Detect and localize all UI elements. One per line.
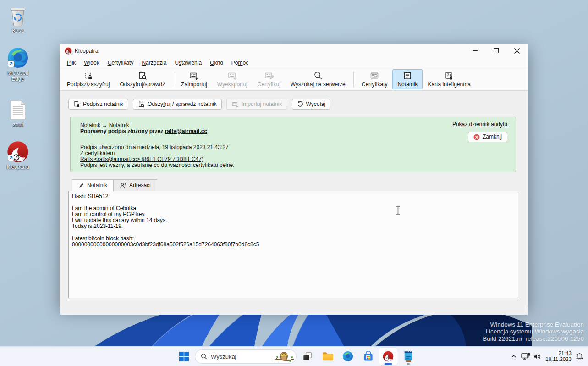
edge-icon — [7, 46, 29, 69]
tab-notatnik[interactable]: Notatnik — [72, 179, 114, 191]
network-icon — [521, 353, 530, 360]
sign-icon — [73, 101, 80, 108]
notepad-icon — [403, 71, 412, 80]
toolbar-import-button[interactable]: Zaimportuj — [176, 69, 212, 89]
result-created: Podpis utworzono dnia niedziela, 19 list… — [80, 144, 508, 150]
desktop-icon-label: Kleopatra — [6, 164, 29, 170]
document-icon — [10, 97, 26, 120]
desktop-icon-zout[interactable]: zout — [0, 97, 35, 128]
kleopatra-icon — [7, 140, 29, 163]
decrypt-verify-icon — [138, 71, 147, 80]
edge-taskbar-button[interactable] — [339, 347, 357, 366]
toolbar-button-label: Certyfikaty — [362, 81, 388, 88]
menu-widok[interactable]: Widok — [80, 58, 103, 67]
result-validity: Podpis jest ważny, a zaufanie co do ważn… — [80, 162, 508, 168]
tray-date: 19.11.2023 — [545, 356, 572, 362]
sign-encrypt-icon — [84, 71, 93, 80]
notification-bell-button[interactable] — [576, 353, 583, 360]
clock[interactable]: 21:43 19.11.2023 — [545, 350, 572, 362]
menu-okno[interactable]: Okno — [206, 58, 227, 67]
watermark-line: Licencja systemu Windows wygasła — [483, 328, 584, 335]
toolbar-certificates-button[interactable]: Certyfikaty — [357, 69, 393, 89]
search-highlight-image[interactable] — [274, 351, 295, 365]
microsoft-store-icon — [363, 351, 374, 362]
button-label: Importuj notatnik — [242, 101, 282, 107]
import-notepad-button[interactable]: Importuj notatnik — [226, 99, 287, 110]
toolbar-export-button[interactable]: Wyeksportuj — [212, 69, 253, 89]
close-button[interactable] — [506, 44, 528, 57]
kleopatra-taskbar-button[interactable] — [379, 347, 397, 366]
desktop-icon-label: Kosz — [12, 28, 24, 34]
smartcard-icon — [445, 71, 454, 80]
close-result-button[interactable]: Zamknij — [468, 132, 507, 142]
windows-logo-icon — [179, 351, 189, 362]
tab-label: Notatnik — [87, 182, 107, 189]
running-app-indicator — [407, 363, 410, 365]
quick-settings-button[interactable] — [521, 353, 541, 360]
watermark-line: Build 22621.ni_release.220506-1250 — [483, 335, 584, 343]
search-icon — [201, 353, 207, 360]
button-label: Zamknij — [483, 134, 502, 140]
certify-icon — [264, 71, 274, 80]
toolbar: Podpisz/zaszyfruj Odszyfruj/sprawdź — [60, 68, 528, 91]
toolbar-button-label: Wyeksportuj — [217, 81, 247, 88]
audit-log-link[interactable]: Pokaż dziennik audytu — [452, 121, 507, 128]
toolbar-button-label: Podpisz/zaszyfruj — [67, 81, 110, 88]
desktop-icon-kleopatra[interactable]: Kleopatra — [0, 140, 35, 170]
signer-link[interactable]: ralts@airmail.cc — [165, 128, 207, 134]
toolbar-button-label: Odszyfruj/sprawdź — [120, 81, 165, 88]
tray-time: 21:43 — [545, 350, 572, 356]
desktop-icon-edge[interactable]: Microsoft Edge — [0, 46, 35, 82]
toolbar-smartcard-button[interactable]: Karta inteligentna — [423, 69, 475, 89]
taskbar-search[interactable]: Wyszukaj — [195, 349, 297, 364]
active-window-indicator — [385, 363, 392, 365]
menu-narzedzia[interactable]: Narzędzia — [137, 58, 170, 67]
toolbar-certify-button[interactable]: Certyfikuj — [253, 69, 286, 89]
menu-ustawienia[interactable]: Ustawienia — [170, 58, 206, 67]
maximize-button[interactable] — [485, 44, 506, 57]
revert-button[interactable]: Wycofaj — [292, 99, 331, 110]
search-server-icon — [313, 71, 323, 80]
tab-label: Adresaci — [129, 182, 151, 189]
toolbar-notepad-button[interactable]: Notatnik — [392, 69, 423, 89]
button-label: Podpisz notatnik — [83, 101, 123, 107]
verification-result-panel: Notatnik → Notatnik: Poprawny podpis zło… — [70, 117, 516, 172]
desktop-icon-kosz[interactable]: Kosz — [0, 4, 35, 34]
tray-chevron-button[interactable] — [511, 353, 517, 360]
tab-adresaci[interactable]: Adresaci — [114, 179, 157, 191]
kleopatra-logo-icon — [65, 47, 72, 55]
sign-notepad-button[interactable]: Podpisz notatnik — [68, 99, 128, 110]
notepad-taskbar-button[interactable] — [399, 347, 418, 366]
decrypt-verify-notepad-button[interactable]: Odszyfruj / sprawdź notatnik — [133, 99, 222, 110]
desktop-icon-label: zout — [13, 122, 23, 128]
menu-pomoc[interactable]: Pomoc — [227, 58, 253, 67]
menu-certyfikaty[interactable]: Certyfikaty — [104, 58, 138, 67]
minimize-button[interactable] — [464, 44, 485, 57]
result-verdict: Poprawny podpis złożony przez ralts@airm… — [80, 128, 508, 134]
text-cursor — [396, 206, 401, 216]
menu-plik[interactable]: Plik — [63, 58, 80, 67]
verify-icon — [138, 101, 145, 108]
button-label: Odszyfruj / sprawdź notatnik — [148, 101, 217, 107]
toolbar-decrypt-verify-button[interactable]: Odszyfruj/sprawdź — [115, 69, 170, 89]
certificate-link[interactable]: Ralts <ralts@airmail.cc> (86F1 CF79 7DD8… — [80, 156, 203, 162]
toolbar-separator — [173, 72, 173, 87]
toolbar-button-label: Notatnik — [397, 81, 418, 88]
file-explorer-icon — [322, 351, 334, 361]
button-label: Wycofaj — [306, 101, 326, 107]
file-explorer-button[interactable] — [319, 347, 337, 366]
task-view-button[interactable] — [298, 347, 317, 366]
task-view-icon — [302, 351, 313, 361]
titlebar[interactable]: Kleopatra — [60, 44, 528, 57]
start-button[interactable] — [175, 347, 193, 366]
toolbar-button-label: Certyfikuj — [258, 81, 280, 88]
toolbar-sign-encrypt-button[interactable]: Podpisz/zaszyfruj — [62, 69, 115, 89]
notepad-text-area[interactable]: Hash: SHA512 I am the admin of Cebulka. … — [68, 191, 518, 298]
toolbar-lookup-server-button[interactable]: Wyszukaj na serwerze — [286, 69, 351, 89]
desktop-icon-label: Microsoft Edge — [1, 70, 35, 82]
import-icon — [231, 101, 239, 108]
chevron-up-icon — [511, 353, 517, 360]
close-circle-icon — [473, 134, 480, 140]
microsoft-store-button[interactable] — [359, 347, 377, 366]
notepad-view: Podpisz notatnik Odszyfruj / sprawdź not… — [60, 99, 528, 315]
